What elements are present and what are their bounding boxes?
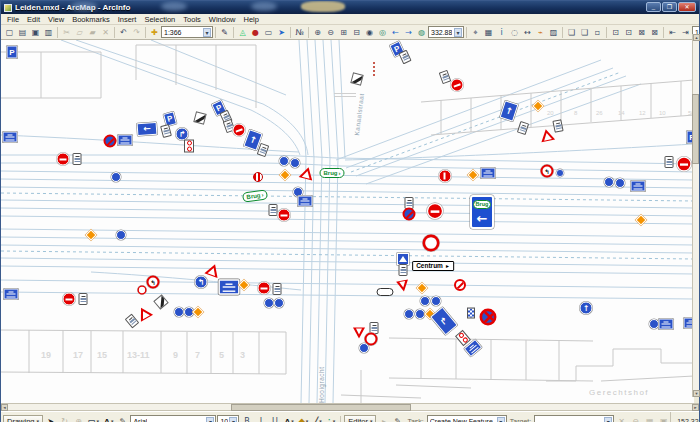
- chevron-down-icon[interactable]: ▾: [454, 28, 462, 37]
- scroll-left-arrow[interactable]: ◄: [1, 404, 8, 411]
- sign-noparking[interactable]: [104, 135, 117, 148]
- fixed-page-in-button[interactable]: ⊠: [635, 26, 648, 39]
- sign-bluerect[interactable]: ←: [137, 122, 158, 136]
- fixed-page-out-button[interactable]: ⊠: [648, 26, 661, 39]
- coordinate-combo[interactable]: 332.88▾: [428, 26, 464, 38]
- map-scale-combo[interactable]: 1:366▾: [161, 26, 213, 38]
- italic-button[interactable]: I: [254, 415, 267, 422]
- menu-window[interactable]: Window: [205, 15, 240, 24]
- restore-button[interactable]: ❐: [662, 2, 677, 12]
- horizontal-scrollbar[interactable]: ◄ ►: [1, 403, 699, 411]
- redo-button[interactable]: ↷: [130, 26, 143, 39]
- sign-bluesign[interactable]: [481, 168, 496, 179]
- select-elements-button[interactable]: ⌖: [469, 26, 482, 39]
- sign-plate[interactable]: [273, 283, 282, 295]
- menu-help[interactable]: Help: [240, 15, 263, 24]
- sign-bluecircle[interactable]: [279, 156, 289, 166]
- sign-whiteoval[interactable]: [377, 288, 394, 296]
- attributes-window-button[interactable]: ▣: [657, 415, 670, 422]
- sign-noentry[interactable]: [57, 153, 70, 166]
- task-combo[interactable]: Create New Feature▾: [427, 415, 507, 422]
- full-extent-button[interactable]: ◎: [376, 26, 389, 39]
- vertical-scrollbar[interactable]: ▲ ▼: [692, 34, 699, 397]
- sign-bluearrow[interactable]: ↰: [195, 276, 208, 289]
- editor-tool-button[interactable]: ◬: [236, 26, 249, 39]
- sign-bluecircle[interactable]: [174, 307, 184, 317]
- next-extent-button[interactable]: ⇥: [679, 26, 692, 39]
- vertical-scroll-thumb[interactable]: [692, 94, 699, 164]
- find-button[interactable]: ◌: [508, 26, 521, 39]
- shape-picker-dropdown[interactable]: ▭: [86, 415, 101, 422]
- overview-button[interactable]: ▨: [547, 26, 560, 39]
- menu-bookmarks[interactable]: Bookmarks: [68, 15, 114, 24]
- select-elements-draw-button[interactable]: ➤: [44, 415, 57, 422]
- measure-button[interactable]: ↔: [521, 26, 534, 39]
- topology-button[interactable]: ●: [249, 26, 262, 39]
- window-cascade-button[interactable]: ❏: [578, 26, 591, 39]
- sign-noentry[interactable]: [427, 203, 443, 219]
- zoom-in-button[interactable]: ⊕: [311, 26, 324, 39]
- rectangle-tool-button[interactable]: ▭: [262, 26, 275, 39]
- minimize-button[interactable]: _: [646, 2, 661, 12]
- sign-bluecircle[interactable]: [111, 172, 121, 182]
- go-back-button[interactable]: ←: [389, 26, 402, 39]
- marker-color-dropdown[interactable]: ∴: [325, 415, 338, 422]
- sign-bluecircle[interactable]: [604, 177, 614, 187]
- sketch-properties-button[interactable]: ▦: [643, 415, 656, 422]
- sign-plate[interactable]: [269, 204, 278, 216]
- font-color-dropdown[interactable]: A: [282, 415, 295, 422]
- new-map-button[interactable]: ▢: [3, 26, 16, 39]
- sign-bluesign[interactable]: [219, 279, 240, 294]
- delete-button[interactable]: ✕: [99, 26, 112, 39]
- open-button[interactable]: ▤: [16, 26, 29, 39]
- sign-yield[interactable]: [353, 328, 365, 339]
- menu-tools[interactable]: Tools: [179, 15, 205, 24]
- sign-bluecircle[interactable]: [274, 298, 284, 308]
- zoom-out-button[interactable]: ⊖: [324, 26, 337, 39]
- menu-selection[interactable]: Selection: [140, 15, 179, 24]
- paste-button[interactable]: ▰: [86, 26, 99, 39]
- sign-plate[interactable]: [79, 293, 88, 305]
- zoom-to-selected-button[interactable]: ⊕: [72, 415, 85, 422]
- split-tool-button[interactable]: ✕: [615, 415, 628, 422]
- pan-button[interactable]: ◉: [363, 26, 376, 39]
- copy-button[interactable]: ▱: [73, 26, 86, 39]
- sign-bluesign[interactable]: [631, 181, 646, 192]
- window-tile-button[interactable]: ❏: [565, 26, 578, 39]
- sign-bluecircle[interactable]: [264, 298, 274, 308]
- menu-edit[interactable]: Edit: [23, 15, 44, 24]
- editor-menu[interactable]: Editor: [344, 415, 376, 422]
- identify-button[interactable]: i: [495, 26, 508, 39]
- sign-parking[interactable]: P: [7, 46, 18, 59]
- globe-button[interactable]: ◍: [415, 26, 428, 39]
- chevron-down-icon[interactable]: ▾: [604, 417, 612, 422]
- sign-bluecircle[interactable]: [556, 169, 564, 177]
- add-data-button[interactable]: ✚: [148, 26, 161, 39]
- edit-arrow-button[interactable]: ▸: [377, 415, 390, 422]
- sign-bluesign[interactable]: [298, 196, 313, 207]
- sketch-arrow-button[interactable]: ➤: [275, 26, 288, 39]
- menu-insert[interactable]: Insert: [114, 15, 141, 24]
- title-bar[interactable]: Leiden.mxd - ArcMap - ArcInfo _ ❐ ✕: [1, 1, 699, 14]
- sign-bluesign[interactable]: [3, 132, 18, 143]
- sign-bluecircle[interactable]: [615, 178, 625, 188]
- cut-button[interactable]: ✂: [60, 26, 73, 39]
- sign-striped[interactable]: [253, 172, 263, 182]
- sign-bluecircle[interactable]: [290, 158, 300, 168]
- sign-prohib[interactable]: [423, 235, 440, 252]
- scroll-right-arrow[interactable]: ►: [692, 404, 699, 411]
- menu-view[interactable]: View: [44, 15, 68, 24]
- sign-bluecircle[interactable]: [649, 319, 659, 329]
- sign-prohib[interactable]: [137, 285, 146, 294]
- sign-platered[interactable]: [184, 140, 194, 153]
- sign-plate[interactable]: [665, 156, 674, 168]
- sign-prohibd[interactable]: [454, 279, 466, 291]
- previous-extent-button[interactable]: ⇤: [666, 26, 679, 39]
- go-forward-button[interactable]: →: [402, 26, 415, 39]
- scroll-down-arrow[interactable]: ▼: [693, 390, 700, 397]
- sign-nostopping[interactable]: [480, 309, 497, 326]
- attributes-button[interactable]: ⊖: [629, 415, 642, 422]
- sign-yield[interactable]: [396, 280, 410, 293]
- target-combo[interactable]: ▾: [534, 415, 614, 422]
- drawing-menu[interactable]: Drawing: [3, 415, 43, 422]
